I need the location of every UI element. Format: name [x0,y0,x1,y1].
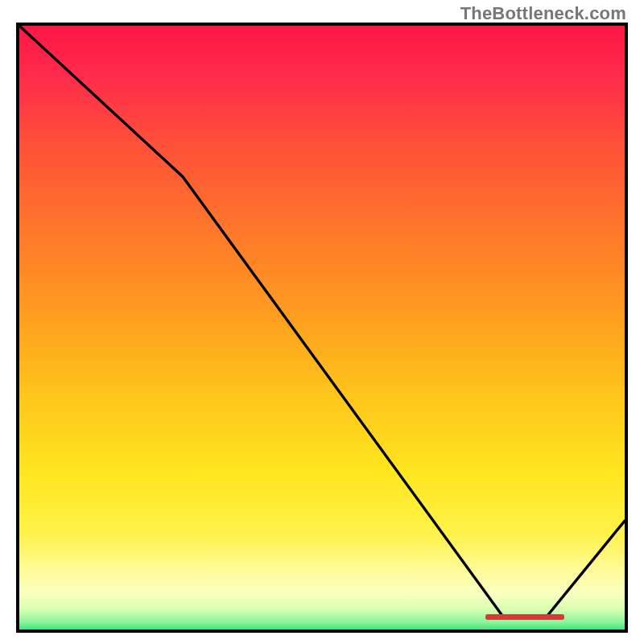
watermark-text: TheBottleneck.com [460,3,626,24]
bottleneck-curve [19,26,625,617]
chart-container: TheBottleneck.com [0,0,644,644]
optimal-range-marker [485,614,564,620]
curve-layer [19,26,625,630]
plot-area [16,23,628,633]
